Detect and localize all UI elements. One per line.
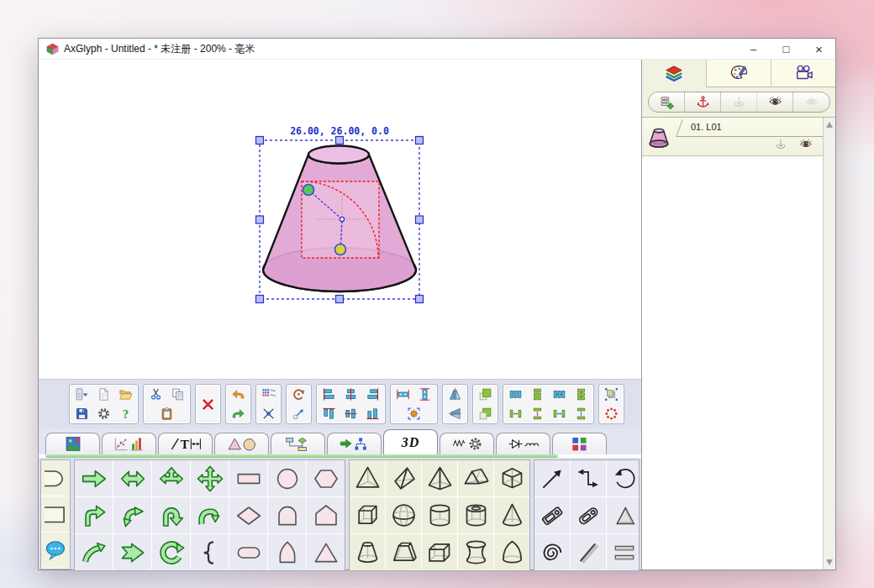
align-right-button[interactable] [362, 386, 383, 404]
tab-images[interactable] [45, 433, 100, 454]
quick-shape-speech-bubble[interactable] [41, 533, 70, 569]
eye-button[interactable] [757, 92, 793, 112]
shape-misc-pin-rounded[interactable] [571, 497, 606, 533]
node-edit-button[interactable] [258, 404, 279, 423]
space-v-equal-button[interactable] [571, 404, 592, 423]
paste-button[interactable] [156, 404, 177, 423]
shape-misc-spiral[interactable] [534, 534, 570, 570]
eye-off-button[interactable] [793, 92, 829, 112]
panel-tab-layers[interactable] [642, 60, 706, 87]
shape3d-prism-vertical[interactable] [494, 460, 529, 496]
shape-rect[interactable] [229, 460, 267, 496]
space-h-equal-button[interactable] [549, 404, 570, 423]
shape-arrow-curved[interactable] [75, 534, 113, 570]
shape-brace-left[interactable] [191, 534, 229, 570]
shape-arrow-left-right[interactable] [113, 460, 151, 496]
tab-threed[interactable]: 3D [383, 429, 438, 454]
quick-shape-frame-rect[interactable] [41, 496, 70, 533]
shape-misc-bars-3d[interactable] [607, 534, 640, 570]
merge-down-button[interactable] [721, 92, 757, 112]
align-left-button[interactable] [319, 386, 340, 404]
shape-arrow-right[interactable] [75, 460, 113, 496]
shape-triangle[interactable] [307, 534, 345, 570]
depth-handle-yellow[interactable] [335, 244, 346, 255]
layer-scrollbar[interactable] [823, 118, 835, 570]
panel-tab-appearance[interactable] [706, 60, 771, 87]
distribute-v-button[interactable] [527, 386, 548, 404]
shape-arch[interactable] [268, 497, 306, 533]
center-point[interactable] [340, 217, 344, 221]
shape-arrow-circular[interactable] [152, 534, 190, 570]
tab-charts[interactable] [102, 433, 156, 454]
shape3d-cylinder[interactable] [422, 497, 457, 533]
shape3d-tetrahedron[interactable] [350, 460, 385, 496]
layer-item[interactable]: 01. L01 [642, 118, 823, 156]
shape3d-tube[interactable] [458, 497, 493, 533]
rotation-handle-green[interactable] [303, 185, 314, 196]
shape3d-pyramid[interactable] [422, 460, 457, 496]
redo-button[interactable] [228, 404, 249, 423]
align-center-button[interactable] [340, 386, 361, 404]
panel-tab-animation[interactable] [771, 60, 835, 87]
add-layer-button[interactable] [649, 92, 685, 112]
distribute-h-gap-button[interactable] [549, 386, 570, 404]
drawing-canvas[interactable]: 26.00, 26.00, 0.0 [39, 60, 641, 379]
shape-pentagon-house[interactable] [307, 497, 345, 533]
titlebar[interactable]: AxGlyph - Untitled - * 未注册 - 200% - 毫米 –… [39, 39, 835, 60]
center-page-button[interactable] [403, 404, 424, 423]
shape-hexagon[interactable] [307, 460, 345, 496]
shape-misc-arrow-elbow[interactable] [571, 460, 606, 496]
shape-arrow-four-way[interactable] [191, 460, 229, 496]
group-button[interactable] [601, 386, 622, 404]
shape3d-cube[interactable] [350, 497, 385, 533]
tab-mechanics[interactable] [440, 433, 494, 454]
scroll-down-icon[interactable] [826, 559, 833, 565]
array-copy-button[interactable] [258, 386, 279, 404]
shape-pointed-arch[interactable] [268, 534, 306, 570]
shape3d-sphere[interactable] [386, 497, 421, 533]
save-button[interactable] [71, 404, 92, 423]
orbit-button[interactable] [288, 404, 309, 423]
tab-basic-shapes[interactable] [214, 433, 269, 454]
shape-circle[interactable] [268, 460, 306, 496]
layer-merge-button[interactable] [774, 138, 787, 155]
rotate-button[interactable] [288, 386, 309, 404]
flip-vertical-button[interactable] [445, 404, 466, 423]
shape-arrow-u-turn[interactable] [152, 497, 190, 533]
shape-arrow-notched[interactable] [113, 534, 151, 570]
shape3d-hyperboloid[interactable] [458, 534, 493, 570]
shape-arrow-three-way[interactable] [152, 460, 190, 496]
same-width-button[interactable] [392, 386, 413, 404]
new-file-button[interactable] [93, 386, 114, 404]
shape3d-prism-horizontal[interactable] [458, 460, 493, 496]
quick-shape-half-stadium[interactable] [41, 460, 70, 496]
shape-misc-arrow-arc[interactable] [607, 460, 640, 496]
shape-misc-arrow-diagonal[interactable] [534, 460, 570, 496]
shape3d-cuboid[interactable] [422, 534, 457, 570]
align-top-button[interactable] [319, 404, 340, 423]
shape-misc-pin-diagonal[interactable] [534, 497, 570, 533]
copy-button[interactable] [167, 386, 188, 404]
tab-flowchart[interactable] [271, 433, 325, 454]
shape-stadium[interactable] [229, 534, 267, 570]
layer-visibility-button[interactable] [799, 138, 813, 155]
tab-circuits[interactable] [496, 433, 550, 454]
distribute-h-button[interactable] [505, 386, 526, 404]
shape-arrow-bent[interactable] [75, 497, 113, 533]
shape-misc-line-3d[interactable] [571, 534, 606, 570]
shape3d-frustum[interactable] [350, 534, 385, 570]
send-back-button[interactable] [475, 404, 496, 423]
tab-tree[interactable] [327, 433, 382, 454]
tab-blocks[interactable] [552, 433, 607, 454]
shape3d-cone[interactable] [494, 497, 529, 533]
ungroup-button[interactable] [601, 404, 622, 423]
minimize-button[interactable]: – [737, 39, 770, 59]
scroll-up-icon[interactable] [826, 122, 833, 128]
delete-button[interactable] [197, 395, 218, 413]
help-button[interactable]: ? [115, 404, 136, 423]
app-menu-button[interactable] [71, 386, 92, 404]
align-bottom-button[interactable] [362, 404, 383, 423]
open-folder-button[interactable] [115, 386, 136, 404]
settings-button[interactable] [93, 404, 114, 423]
space-h-button[interactable] [505, 404, 526, 423]
